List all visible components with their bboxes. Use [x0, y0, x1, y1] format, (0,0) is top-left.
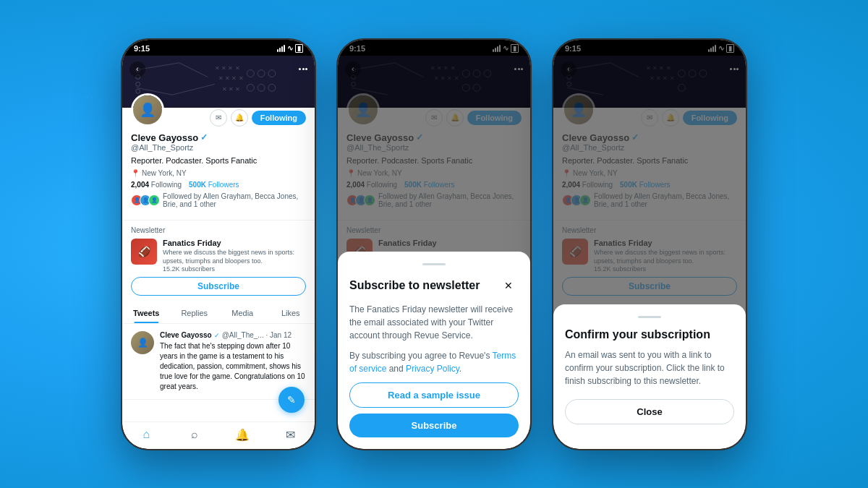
confirm-drag-handle — [638, 316, 661, 318]
back-icon[interactable]: ‹ — [129, 61, 145, 77]
compose-button-1[interactable]: ✎ — [278, 387, 305, 413]
tweet-header-1: Cleve Gayosso ✓ @All_The_... · Jan 12 — [160, 331, 306, 339]
wifi-icon: ∿ — [287, 44, 293, 52]
tweet-author: Cleve Gayosso — [160, 331, 212, 339]
newsletter-icon-1: 🏈 — [131, 239, 157, 265]
tab-media-1[interactable]: Media — [218, 301, 267, 323]
svg-text:✕ ✕ ✕: ✕ ✕ ✕ — [222, 86, 240, 93]
nav-notifications-1[interactable]: 🔔 — [218, 428, 267, 442]
newsletter-info-1: Fanatics Friday Where we discuss the big… — [163, 239, 306, 273]
nav-messages-1[interactable]: ✉ — [267, 428, 315, 442]
tweet-content-1: Cleve Gayosso ✓ @All_The_... · Jan 12 Th… — [160, 331, 306, 392]
subscribe-modal-overlay: Subscribe to newsletter ✕ The Fanatics F… — [338, 40, 530, 449]
subscribe-button-1[interactable]: Subscribe — [131, 277, 306, 296]
profile-name-1: Cleve Gayosso ✓ — [131, 132, 306, 143]
profile-section-1: 👤 ✉ 🔔 Following Cleve Gayosso ✓ @All_The… — [122, 108, 315, 220]
confirm-body: An email was sent to you with a link to … — [565, 348, 734, 388]
status-bar-1: 9:15 ∿ ▮ — [122, 40, 315, 56]
battery-icon: ▮ — [295, 44, 303, 53]
banner-nav-1: ‹ — [122, 61, 315, 77]
email-icon-btn[interactable]: ✉ — [210, 109, 227, 127]
confirm-modal-sheet: Confirm your subscription An email was s… — [553, 304, 746, 449]
status-icons-1: ∿ ▮ — [277, 44, 303, 53]
modal-header: Subscribe to newsletter ✕ — [349, 275, 519, 296]
phone-2: 9:15 ∿ ▮ ✕ ✕ ✕ ✕ ✕ ✕ ✕ ✕ — [336, 38, 532, 450]
more-menu-icon[interactable] — [299, 68, 307, 70]
newsletter-desc-1: Where we discuss the biggest news in spo… — [163, 249, 306, 265]
verified-icon: ✓ — [200, 132, 208, 142]
newsletter-section-1: Newsletter 🏈 Fanatics Friday Where we di… — [122, 220, 315, 301]
status-time-1: 9:15 — [134, 44, 150, 53]
newsletter-subs-1: 15.2K subscribers — [163, 265, 306, 273]
nav-home-1[interactable]: ⌂ — [122, 428, 171, 442]
newsletter-title-1: Fanatics Friday — [163, 239, 306, 247]
read-sample-button[interactable]: Read a sample issue — [349, 382, 519, 408]
modal-title: Subscribe to newsletter — [349, 279, 480, 292]
profile-tabs-1: Tweets Replies Media Likes — [122, 301, 315, 324]
confirm-title: Confirm your subscription — [565, 328, 734, 341]
nav-search-1[interactable]: ⌕ — [171, 428, 219, 442]
signal-icon — [277, 45, 285, 52]
tab-replies-1[interactable]: Replies — [171, 301, 219, 323]
avatar-1: 👤 — [131, 93, 164, 127]
newsletter-label-1: Newsletter — [131, 226, 306, 234]
profile-handle-1: @All_The_Sportz — [131, 143, 306, 152]
subscribe-modal-sheet: Subscribe to newsletter ✕ The Fanatics F… — [338, 252, 530, 449]
privacy-link[interactable]: Privacy Policy — [406, 364, 459, 374]
profile-stats-1: 2,004 Following 500K Followers — [131, 181, 306, 189]
modal-close-button[interactable]: ✕ — [498, 275, 519, 296]
newsletter-card-1: 🏈 Fanatics Friday Where we discuss the b… — [131, 239, 306, 273]
profile-actions-1: ✉ 🔔 Following — [210, 109, 306, 127]
profile-location-1: 📍 New York, NY — [131, 169, 306, 177]
tweet-handle: @All_The_... · Jan 12 — [222, 331, 292, 339]
subscribe-modal-button[interactable]: Subscribe — [349, 414, 519, 437]
modal-body-2: By subscribing you agree to Revue's Term… — [349, 349, 519, 375]
confirm-close-button[interactable]: Close — [565, 399, 734, 424]
modal-drag-handle — [422, 263, 446, 265]
tab-tweets-1[interactable]: Tweets — [122, 301, 171, 323]
tweet-text-1: The fact that he's stepping down after 1… — [160, 341, 306, 392]
followers-preview-1: 👤 👤 👤 Followed by Allen Grayham, Becca J… — [131, 192, 306, 208]
tab-likes-1[interactable]: Likes — [267, 301, 315, 323]
modal-body-1: The Fanatics Friday newsletter will rece… — [349, 303, 519, 342]
following-button-1[interactable]: Following — [252, 111, 306, 125]
bottom-nav-1: ⌂ ⌕ 🔔 ✉ — [122, 421, 315, 449]
notify-icon-btn[interactable]: 🔔 — [231, 109, 248, 127]
phone-1: 9:15 ∿ ▮ ✕ ✕ ✕ ✕ ✕ ✕ — [121, 38, 316, 450]
profile-bio-1: Reporter. Podcaster. Sports Fanatic — [131, 155, 306, 166]
location-icon: 📍 — [131, 169, 140, 177]
confirm-modal-overlay: Confirm your subscription An email was s… — [553, 40, 746, 449]
tweet-avatar-1: 👤 — [131, 331, 154, 354]
phone-3: 9:15 ∿ ▮ ✕ ✕ ✕ ✕ ✕ ✕ ✕ ✕ — [552, 38, 747, 450]
